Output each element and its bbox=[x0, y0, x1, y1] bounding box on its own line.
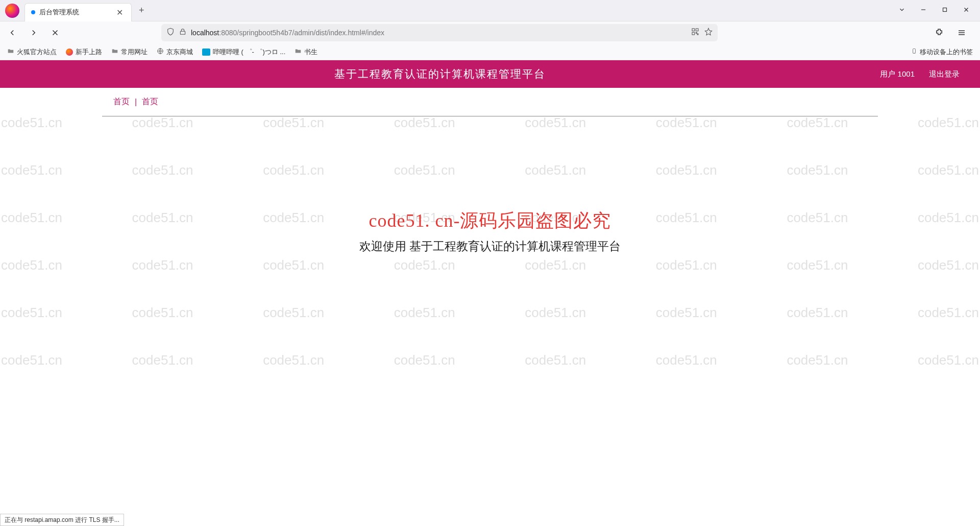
breadcrumb-separator: | bbox=[135, 98, 137, 107]
svg-rect-8 bbox=[696, 29, 698, 31]
svg-rect-1 bbox=[943, 8, 947, 12]
bookmark-item[interactable]: 火狐官方站点 bbox=[7, 47, 57, 57]
browser-tab[interactable]: 后台管理系统 ✕ bbox=[24, 3, 132, 21]
bookmarks-bar: 火狐官方站点 新手上路 常用网址 京东商城 哔哩哔哩 ( ゜- ゜)つロ ...… bbox=[0, 44, 980, 60]
svg-rect-7 bbox=[692, 29, 695, 31]
bookmark-item[interactable]: 京东商城 bbox=[157, 47, 193, 57]
qr-icon[interactable] bbox=[691, 28, 699, 38]
maximize-button[interactable] bbox=[941, 6, 948, 15]
back-button[interactable] bbox=[5, 26, 19, 40]
content-area: 首页 | 首页 code51. cn-源码乐园盗图必究 欢迎使用 基于工程教育认… bbox=[0, 88, 980, 254]
menu-button[interactable] bbox=[954, 26, 969, 40]
welcome-subtitle: 欢迎使用 基于工程教育认证的计算机课程管理平台 bbox=[102, 238, 878, 254]
bookmark-item[interactable]: 书生 bbox=[295, 47, 317, 57]
url-bar[interactable]: localhost:8080/springboot5h4b7/admin/dis… bbox=[161, 24, 718, 41]
breadcrumb: 首页 | 首页 bbox=[102, 88, 878, 116]
svg-rect-10 bbox=[696, 32, 697, 33]
bilibili-icon bbox=[202, 49, 210, 56]
welcome-block: code51. cn-源码乐园盗图必究 欢迎使用 基于工程教育认证的计算机课程管… bbox=[102, 208, 878, 254]
browser-tab-strip: 后台管理系统 ✕ + bbox=[0, 0, 980, 21]
bookmark-item[interactable]: 哔哩哔哩 ( ゜- ゜)つロ ... bbox=[202, 47, 285, 57]
browser-nav-bar: localhost:8080/springboot5h4b7/admin/dis… bbox=[0, 21, 980, 44]
new-tab-button[interactable]: + bbox=[139, 5, 144, 16]
tab-list-button[interactable] bbox=[898, 6, 905, 15]
forward-button[interactable] bbox=[27, 26, 41, 40]
welcome-headline: code51. cn-源码乐园盗图必究 bbox=[102, 208, 878, 233]
stop-button[interactable] bbox=[48, 26, 62, 40]
user-label[interactable]: 用户 1001 bbox=[880, 69, 915, 79]
app-title: 基于工程教育认证的计算机课程管理平台 bbox=[0, 67, 880, 81]
close-window-button[interactable] bbox=[963, 6, 970, 15]
svg-rect-11 bbox=[697, 34, 698, 35]
star-icon[interactable] bbox=[704, 28, 713, 38]
status-bar: 正在与 restapi.amap.com 进行 TLS 握手... bbox=[0, 514, 124, 526]
tab-title: 后台管理系统 bbox=[39, 8, 114, 17]
extensions-button[interactable] bbox=[932, 26, 946, 40]
firefox-icon bbox=[66, 49, 73, 56]
firefox-icon bbox=[5, 4, 19, 18]
app-header: 基于工程教育认证的计算机课程管理平台 用户 1001 退出登录 bbox=[0, 60, 980, 88]
bookmark-item[interactable]: 新手上路 bbox=[66, 47, 102, 57]
loading-dot-icon bbox=[31, 10, 35, 14]
minimize-button[interactable] bbox=[920, 6, 927, 15]
breadcrumb-home[interactable]: 首页 bbox=[113, 97, 130, 107]
logout-button[interactable]: 退出登录 bbox=[929, 69, 960, 79]
lock-icon bbox=[179, 28, 187, 38]
svg-rect-9 bbox=[692, 32, 695, 35]
mobile-bookmarks[interactable]: 移动设备上的书签 bbox=[911, 47, 973, 57]
url-text: localhost:8080/springboot5h4b7/admin/dis… bbox=[191, 29, 384, 37]
window-controls bbox=[898, 6, 980, 15]
svg-rect-6 bbox=[180, 31, 185, 34]
breadcrumb-current: 首页 bbox=[142, 97, 158, 107]
close-icon[interactable]: ✕ bbox=[114, 8, 125, 17]
bookmark-item[interactable]: 常用网址 bbox=[111, 47, 148, 57]
shield-icon bbox=[166, 28, 175, 38]
